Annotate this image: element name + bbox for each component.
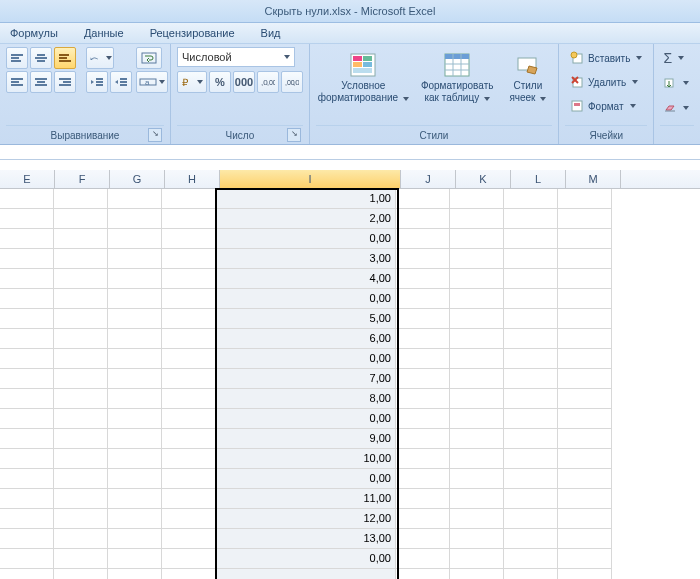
thousands-button[interactable]: 000 xyxy=(233,71,255,93)
cell[interactable] xyxy=(450,369,504,389)
cell[interactable] xyxy=(162,389,216,409)
cell[interactable] xyxy=(54,349,108,369)
cell[interactable]: 11,00 xyxy=(216,489,396,509)
cell[interactable] xyxy=(504,569,558,579)
cell[interactable] xyxy=(504,449,558,469)
cell[interactable] xyxy=(504,369,558,389)
align-left-button[interactable] xyxy=(6,71,28,93)
cell[interactable] xyxy=(162,329,216,349)
cell[interactable] xyxy=(504,509,558,529)
cell[interactable] xyxy=(54,249,108,269)
cell[interactable] xyxy=(108,189,162,209)
cell[interactable] xyxy=(450,329,504,349)
cell[interactable] xyxy=(558,229,612,249)
cell[interactable] xyxy=(108,289,162,309)
cell[interactable]: 6,00 xyxy=(216,329,396,349)
cell[interactable] xyxy=(108,309,162,329)
align-top-button[interactable] xyxy=(6,47,28,69)
cell[interactable] xyxy=(396,369,450,389)
cell[interactable]: 5,00 xyxy=(216,309,396,329)
cell[interactable]: 12,00 xyxy=(216,509,396,529)
cell[interactable] xyxy=(162,469,216,489)
cell[interactable] xyxy=(162,409,216,429)
cell-styles-button[interactable]: Стили ячеек xyxy=(504,47,552,123)
fill-button[interactable] xyxy=(660,72,692,94)
cell[interactable] xyxy=(450,269,504,289)
cell[interactable] xyxy=(108,209,162,229)
cell[interactable] xyxy=(450,569,504,579)
decrease-indent-button[interactable] xyxy=(86,71,108,93)
cell[interactable] xyxy=(54,569,108,579)
cell[interactable] xyxy=(558,309,612,329)
cell[interactable]: 2,00 xyxy=(216,209,396,229)
cell[interactable] xyxy=(396,569,450,579)
cell[interactable] xyxy=(450,389,504,409)
cell[interactable] xyxy=(0,449,54,469)
cell[interactable] xyxy=(450,349,504,369)
cell[interactable] xyxy=(504,249,558,269)
cell[interactable] xyxy=(450,549,504,569)
cell[interactable] xyxy=(54,549,108,569)
cell[interactable] xyxy=(108,489,162,509)
cell[interactable] xyxy=(162,229,216,249)
number-launcher-button[interactable]: ↘ xyxy=(287,128,301,142)
cell[interactable] xyxy=(0,249,54,269)
cell[interactable] xyxy=(396,249,450,269)
cell[interactable] xyxy=(558,409,612,429)
cell[interactable] xyxy=(54,229,108,249)
cell[interactable] xyxy=(450,189,504,209)
cell[interactable] xyxy=(162,569,216,579)
cell[interactable] xyxy=(558,349,612,369)
cell[interactable] xyxy=(162,549,216,569)
column-header[interactable]: M xyxy=(566,170,621,188)
cell[interactable] xyxy=(504,329,558,349)
cell[interactable] xyxy=(558,569,612,579)
cell[interactable] xyxy=(54,289,108,309)
cell[interactable] xyxy=(450,529,504,549)
currency-button[interactable]: ₽ xyxy=(177,71,207,93)
format-button[interactable]: Формат xyxy=(565,95,641,117)
cell[interactable] xyxy=(0,309,54,329)
cell[interactable] xyxy=(54,529,108,549)
cell[interactable] xyxy=(504,189,558,209)
cell[interactable] xyxy=(504,389,558,409)
cell[interactable]: 13,00 xyxy=(216,529,396,549)
orientation-button[interactable]: ⤺ xyxy=(86,47,114,69)
column-header[interactable]: K xyxy=(456,170,511,188)
cell[interactable] xyxy=(504,209,558,229)
cell[interactable] xyxy=(396,309,450,329)
cell[interactable] xyxy=(108,529,162,549)
cell[interactable] xyxy=(54,189,108,209)
cell[interactable] xyxy=(396,489,450,509)
cell[interactable] xyxy=(108,409,162,429)
cell[interactable] xyxy=(162,249,216,269)
cells-area[interactable]: 1,002,000,003,004,000,005,006,000,007,00… xyxy=(0,189,700,579)
cell[interactable] xyxy=(54,309,108,329)
cell[interactable] xyxy=(450,209,504,229)
cell[interactable]: 10,00 xyxy=(216,449,396,469)
cell[interactable] xyxy=(108,269,162,289)
cell[interactable] xyxy=(558,529,612,549)
cell[interactable]: 0,00 xyxy=(216,289,396,309)
cell[interactable] xyxy=(450,469,504,489)
align-middle-button[interactable] xyxy=(30,47,52,69)
cell[interactable] xyxy=(450,489,504,509)
cell[interactable] xyxy=(396,469,450,489)
cell[interactable] xyxy=(558,389,612,409)
align-bottom-button[interactable] xyxy=(54,47,76,69)
cell[interactable] xyxy=(504,349,558,369)
cell[interactable] xyxy=(558,489,612,509)
cell[interactable] xyxy=(108,569,162,579)
decrease-decimal-button[interactable]: ,00,0 xyxy=(281,71,303,93)
cell[interactable]: 1,00 xyxy=(216,189,396,209)
cell[interactable] xyxy=(162,489,216,509)
tab-review[interactable]: Рецензирование xyxy=(150,27,235,39)
cell[interactable] xyxy=(396,189,450,209)
cell[interactable] xyxy=(54,209,108,229)
cell[interactable] xyxy=(0,429,54,449)
cell[interactable] xyxy=(54,429,108,449)
wrap-text-button[interactable] xyxy=(136,47,162,69)
cell[interactable] xyxy=(558,469,612,489)
column-header[interactable]: I xyxy=(220,170,401,188)
cell[interactable] xyxy=(162,209,216,229)
